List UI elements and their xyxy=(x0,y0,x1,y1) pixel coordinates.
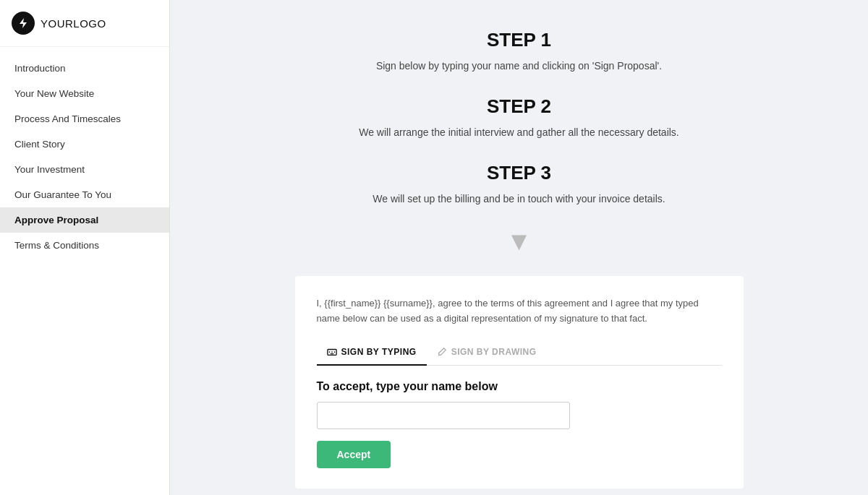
nav-menu: IntroductionYour New WebsiteProcess And … xyxy=(0,47,169,495)
main-content: STEP 1 Sign below by typing your name an… xyxy=(170,0,868,495)
step2-block: STEP 2 We will arrange the initial inter… xyxy=(213,95,825,140)
keyboard-icon xyxy=(327,347,337,357)
step3-title: STEP 3 xyxy=(213,162,825,184)
signature-card: I, {{first_name}} {{surname}}, agree to … xyxy=(295,276,744,488)
steps-container: STEP 1 Sign below by typing your name an… xyxy=(213,29,825,207)
pen-icon xyxy=(437,347,447,357)
sidebar-item-client-story[interactable]: Client Story xyxy=(0,132,169,157)
accept-heading: To accept, type your name below xyxy=(317,380,722,393)
sidebar-item-your-investment[interactable]: Your Investment xyxy=(0,157,169,182)
sidebar-item-introduction[interactable]: Introduction xyxy=(0,56,169,81)
logo-normal: LOGO xyxy=(73,17,106,30)
tab-typing-label: SIGN BY TYPING xyxy=(341,347,417,357)
sidebar-item-our-guarantee[interactable]: Our Guarantee To You xyxy=(0,182,169,207)
sidebar-item-your-new-website[interactable]: Your New Website xyxy=(0,81,169,106)
logo-text: YOURLOGO xyxy=(41,17,106,30)
sign-tabs: SIGN BY TYPING SIGN BY DRAWING xyxy=(317,341,722,366)
accept-button[interactable]: Accept xyxy=(317,441,391,468)
tab-sign-by-typing[interactable]: SIGN BY TYPING xyxy=(317,341,427,366)
step1-title: STEP 1 xyxy=(213,29,825,51)
arrow-down-icon: ▼ xyxy=(213,228,825,254)
logo-icon xyxy=(12,12,35,35)
step1-block: STEP 1 Sign below by typing your name an… xyxy=(213,29,825,74)
lightning-icon xyxy=(17,17,29,29)
step2-title: STEP 2 xyxy=(213,95,825,118)
name-input[interactable] xyxy=(317,402,570,429)
sidebar-item-terms-conditions[interactable]: Terms & Conditions xyxy=(0,233,169,258)
tab-drawing-label: SIGN BY DRAWING xyxy=(451,347,537,357)
step2-description: We will arrange the initial interview an… xyxy=(213,125,825,140)
sidebar-item-approve-proposal[interactable]: Approve Proposal xyxy=(0,207,169,233)
step1-description: Sign below by typing your name and click… xyxy=(213,59,825,74)
tab-sign-by-drawing[interactable]: SIGN BY DRAWING xyxy=(427,341,547,366)
sidebar-item-process-and-timescales[interactable]: Process And Timescales xyxy=(0,106,169,132)
logo-bold: YOUR xyxy=(41,17,73,30)
logo-area: YOURLOGO xyxy=(0,0,169,47)
agree-text: I, {{first_name}} {{surname}}, agree to … xyxy=(317,296,722,327)
svg-marker-0 xyxy=(20,18,27,28)
step3-description: We will set up the billing and be in tou… xyxy=(213,191,825,207)
step3-block: STEP 3 We will set up the billing and be… xyxy=(213,162,825,207)
sidebar: YOURLOGO IntroductionYour New WebsitePro… xyxy=(0,0,170,495)
